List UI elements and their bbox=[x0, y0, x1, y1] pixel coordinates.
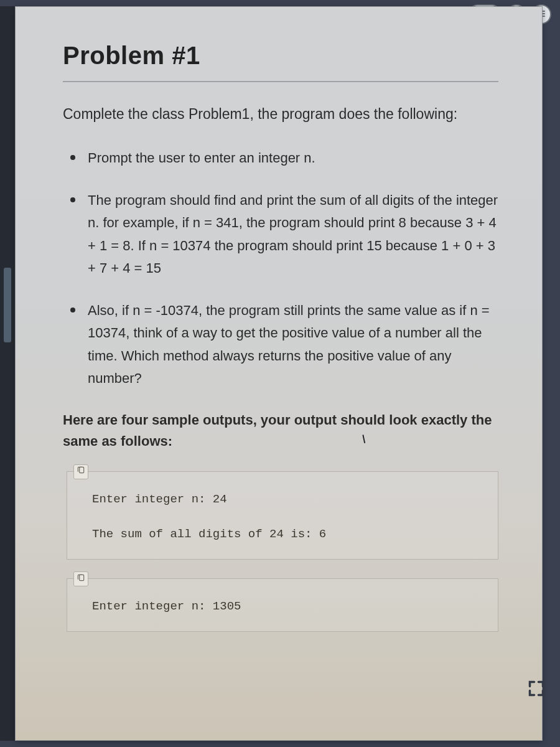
bullet-list: Prompt the user to enter an integer n. T… bbox=[63, 147, 498, 390]
sample-output: Enter integer n: 24 The sum of all digit… bbox=[67, 471, 498, 560]
fullscreen-button[interactable] bbox=[528, 680, 545, 697]
expand-icon bbox=[528, 688, 545, 699]
intro-text: Complete the class Problem1, the program… bbox=[63, 103, 498, 126]
outputs-intro: Here are four sample outputs, your outpu… bbox=[63, 410, 498, 452]
copy-button[interactable] bbox=[73, 571, 88, 586]
copy-button[interactable] bbox=[73, 464, 88, 479]
scroll-rail[interactable] bbox=[0, 6, 15, 741]
page-title: Problem #1 bbox=[63, 42, 498, 82]
list-item: Prompt the user to enter an integer n. bbox=[67, 147, 498, 169]
list-item: The program should find and print the su… bbox=[67, 189, 498, 280]
svg-rect-7 bbox=[80, 467, 84, 473]
sample-line: The sum of all digits of 24 is: 6 bbox=[92, 523, 483, 545]
clipboard-icon bbox=[77, 568, 85, 590]
svg-rect-8 bbox=[80, 575, 84, 580]
sample-line: Enter integer n: 24 bbox=[92, 488, 483, 510]
sample-line: Enter integer n: 1305 bbox=[92, 595, 483, 618]
list-item: Also, if n = -10374, the program still p… bbox=[67, 299, 498, 390]
sample-output: Enter integer n: 1305 bbox=[67, 578, 498, 632]
clipboard-icon bbox=[77, 460, 85, 482]
document-page: Problem #1 Complete the class Problem1, … bbox=[15, 6, 543, 741]
